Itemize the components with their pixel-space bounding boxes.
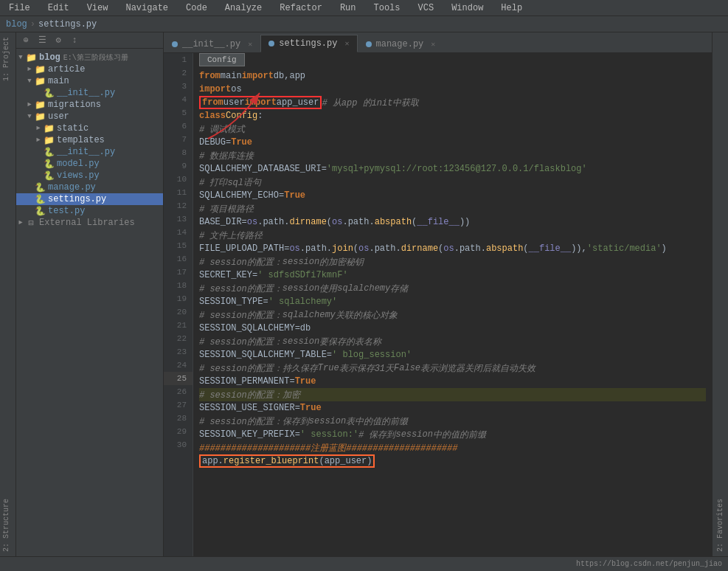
ln-15: 15 [164, 239, 193, 252]
toolbar-btn-add[interactable]: ⊕ [19, 34, 32, 47]
menu-file[interactable]: File [6, 1, 33, 15]
menu-analyze[interactable]: Analyze [222, 1, 265, 15]
editor-area[interactable]: 1 2 3 4 5 6 7 8 9 10 11 12 13 14 [164, 53, 712, 556]
ln-10: 10 [164, 173, 193, 186]
tree-arrow-user: ▼ [25, 113, 34, 120]
var-session-type: SESSION_TYPE [199, 297, 263, 307]
tree-item-views[interactable]: 🐍 views.py [16, 170, 163, 181]
tree-label-templates: templates [57, 135, 105, 145]
str-session-prefix: ' session:' [300, 429, 358, 440]
menu-code[interactable]: Code [183, 1, 210, 15]
tab-close-init[interactable]: ✕ [248, 40, 252, 49]
libs-icon: ⊟ [25, 218, 37, 228]
comment-true-23: True [318, 363, 339, 373]
comment-session-type: # session的配置： [199, 283, 282, 295]
comment-sqlalchemy-17: sqlalchemy [337, 283, 390, 294]
tree-item-settings[interactable]: 🐍 settings.py [16, 193, 163, 205]
code-line-11: # 项目根路径 [199, 202, 706, 215]
folder-icon-templates: 📁 [43, 135, 55, 145]
breadcrumb-file[interactable]: settings.py [38, 19, 97, 30]
tree-item-main-init[interactable]: 🐍 __init__.py [16, 87, 163, 99]
code-line-20: SESSION_SQLALCHEMY = db [199, 322, 706, 335]
code-line-14: FILE_UPLOAD_PATH = os.path. join(os.path… [199, 242, 706, 255]
folder-icon-article: 📁 [34, 64, 46, 75]
menu-tools[interactable]: Tools [371, 1, 403, 15]
tree-item-article[interactable]: ► 📁 article [16, 63, 163, 75]
str-static-media: 'static/media' [587, 243, 662, 254]
kw-from-1: from [199, 71, 221, 81]
toolbar-btn-menu[interactable]: ☰ [35, 34, 49, 47]
structure-tab[interactable]: 2: Structure [0, 494, 15, 556]
tree-item-templates[interactable]: ► 📁 templates [16, 134, 163, 146]
var-paren-14a: ( [353, 243, 358, 254]
tab-settings-py[interactable]: settings.py ✕ [260, 35, 357, 52]
comment-blueprint-29: #####################注册蓝图###############… [199, 442, 457, 454]
tree-label-static: static [57, 123, 89, 134]
sidebar: ⊕ ☰ ⚙ ↕ ▼ 📁 blog E:\第三阶段练习册 ► 📁 [16, 32, 164, 556]
menu-edit[interactable]: Edit [45, 1, 72, 15]
line-numbers: 1 2 3 4 5 6 7 8 9 10 11 12 13 14 [164, 53, 193, 556]
code-line-19: # session的配置：sqlalchemy关联的核心对象 [199, 308, 706, 322]
var-sqlalchemy-echo: SQLALCHEMY_ECHO [199, 190, 279, 201]
tab-close-manage[interactable]: ✕ [431, 40, 435, 49]
var-eq-24: = [289, 376, 294, 387]
code-content[interactable]: Config from main import db, app import o… [193, 53, 712, 556]
var-path-12b: .path. [342, 217, 374, 227]
ln-28: 28 [164, 412, 193, 425]
menu-view[interactable]: View [84, 1, 111, 15]
tree-item-ext-libs[interactable]: ► ⊟ External Libraries [16, 217, 163, 229]
code-line-17: # session的配置：session使用sqlalchemy存储 [199, 282, 706, 295]
menu-window[interactable]: Window [448, 1, 486, 15]
tree-item-user-init[interactable]: 🐍 __init__.py [16, 146, 163, 158]
tree-item-user[interactable]: ▼ 📁 user [16, 111, 163, 122]
code-line-25: # session的配置：加密 [199, 388, 706, 401]
menu-navigate[interactable]: Navigate [122, 1, 171, 15]
breadcrumb-blog[interactable]: blog [6, 19, 27, 30]
tab-init-py[interactable]: __init__.py ✕ [164, 35, 260, 52]
tree-item-main[interactable]: ▼ 📁 main [16, 75, 163, 87]
code-line-13: # 文件上传路径 [199, 229, 706, 242]
menu-run[interactable]: Run [337, 1, 359, 15]
comment-session-kw-27: session [309, 416, 346, 426]
py-icon-model: 🐍 [43, 159, 55, 169]
tree-item-migrations[interactable]: ► 📁 migrations [16, 99, 163, 111]
tab-close-settings[interactable]: ✕ [344, 39, 349, 48]
tree-item-model[interactable]: 🐍 model.py [16, 158, 163, 170]
ln-25: 25 [164, 372, 193, 385]
py-icon-test: 🐍 [34, 206, 46, 216]
toolbar-btn-settings[interactable]: ⚙ [52, 34, 65, 47]
tree-arrow-ext-libs: ► [16, 219, 25, 226]
code-line-24: SESSION_PERMANENT = True [199, 375, 706, 388]
left-gutter: 1: Project 2: Structure [0, 32, 16, 556]
tree-item-test[interactable]: 🐍 test.py [16, 205, 163, 217]
fn-abspath-12: abspath [375, 217, 412, 227]
py-icon-views: 🐍 [43, 170, 55, 181]
ln-1: 1 [164, 53, 193, 66]
builtin-os-12b: os [332, 217, 342, 227]
folder-icon-migrations: 📁 [34, 100, 46, 110]
tab-manage-py[interactable]: manage.py ✕ [358, 35, 444, 52]
comment-db-conn: # 数据库连接 [199, 150, 254, 162]
kw-from-3: from [202, 97, 223, 108]
var-eq-20: = [295, 323, 300, 333]
menu-vcs[interactable]: VCS [415, 1, 437, 15]
ln-6: 6 [164, 120, 193, 133]
code-line-29: #####################注册蓝图###############… [199, 441, 706, 454]
editor-panel: __init__.py ✕ settings.py ✕ manage.py ✕ [164, 32, 712, 556]
comment-session-kw-17: session [282, 283, 319, 294]
menu-help[interactable]: Help [498, 1, 525, 15]
kw-import-1: import [242, 71, 274, 81]
project-tab[interactable]: 1: Project [0, 32, 15, 86]
code-line-9: # 打印sql语句 [199, 176, 706, 189]
ln-12: 12 [164, 199, 193, 212]
py-icon-settings: 🐍 [34, 194, 46, 204]
tree-item-static[interactable]: ► 📁 static [16, 122, 163, 134]
toolbar-btn-collapse[interactable]: ↕ [68, 34, 81, 47]
tree-arrow-blog: ▼ [16, 54, 25, 61]
var-paren-30a: ( [319, 456, 324, 466]
menu-refactor[interactable]: Refactor [277, 1, 325, 15]
var-eq-8: = [322, 164, 327, 174]
favorites-tab[interactable]: 2: Favorites [714, 494, 727, 556]
tree-item-blog[interactable]: ▼ 📁 blog E:\第三阶段练习册 [16, 52, 163, 63]
tree-item-manage[interactable]: 🐍 manage.py [16, 181, 163, 193]
